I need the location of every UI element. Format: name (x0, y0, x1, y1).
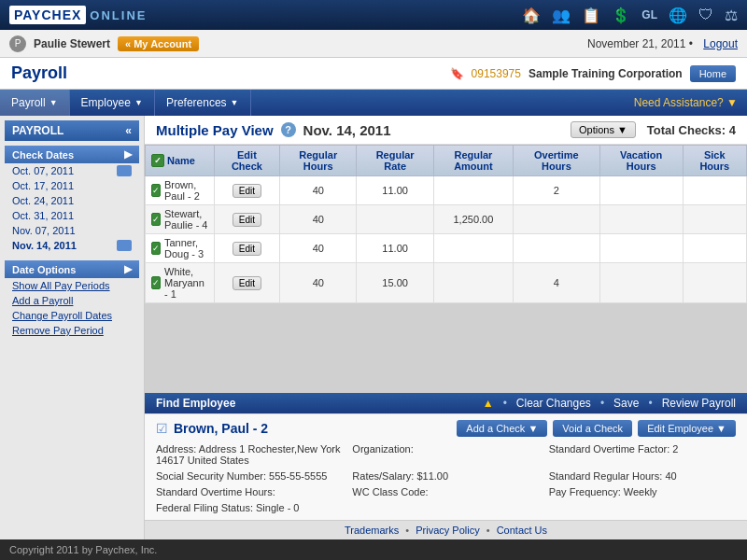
scale-icon[interactable]: ⚖ (725, 7, 738, 24)
field-standard-regular-hours: Standard Regular Hours: 40 (549, 469, 736, 483)
review-payroll-link[interactable]: Review Payroll (662, 397, 736, 410)
date-item-1[interactable]: Oct. 07, 2011 (5, 163, 139, 178)
find-employee-actions: ▲ • Clear Changes • Save • Review Payrol… (483, 397, 736, 410)
home-label: Home (699, 68, 726, 79)
home-button[interactable]: Home (690, 65, 736, 82)
date-options-label: Date Options (12, 264, 76, 275)
row3-checkbox[interactable]: ✓ (151, 242, 161, 255)
standard-overtime-factor-text: Standard Overtime Factor: 2 (549, 443, 679, 455)
row2-sick-hours (683, 205, 746, 234)
trademarks-link[interactable]: Trademarks (345, 525, 399, 536)
my-account-button[interactable]: « My Account (118, 36, 199, 51)
pay-frequency-text: Pay Frequency: Weekly (549, 486, 657, 497)
edit-employee-button[interactable]: Edit Employee ▼ (638, 420, 736, 437)
avatar: P (9, 35, 26, 52)
row4-checkbox[interactable]: ✓ (151, 276, 161, 289)
date-item-3[interactable]: Oct. 24, 2011 (5, 193, 139, 208)
row2-edit-button[interactable]: Edit (233, 213, 261, 227)
nav-preferences[interactable]: Preferences ▼ (155, 90, 251, 116)
sep2: • (486, 525, 490, 536)
nav-employee[interactable]: Employee ▼ (70, 90, 155, 116)
nav-employee-arrow: ▼ (134, 98, 143, 107)
option-add-payroll[interactable]: Add a Payroll (5, 293, 139, 308)
contact-us-link[interactable]: Contact Us (497, 525, 547, 536)
home-icon[interactable]: 🏠 (522, 7, 541, 24)
row2-edit[interactable]: Edit (214, 205, 279, 234)
add-check-button[interactable]: Add a Check ▼ (457, 420, 547, 437)
row1-edit[interactable]: Edit (214, 176, 279, 205)
row1-sick-hours (683, 176, 746, 205)
row4-regular-rate: 15.00 (357, 263, 433, 303)
table-row: ✓ White, Maryann - 1 Edit 40 15.00 4 (146, 263, 747, 303)
row2-regular-rate (357, 205, 433, 234)
nav-assistance[interactable]: Need Assistance? ▼ (625, 96, 747, 109)
row3-edit-button[interactable]: Edit (233, 242, 261, 256)
date-options-header[interactable]: Date Options ▶ (5, 260, 139, 278)
row4-regular-hours: 40 (280, 263, 357, 303)
row4-edit[interactable]: Edit (214, 263, 279, 303)
row2-checkbox[interactable]: ✓ (151, 213, 161, 226)
user-name: Paulie Stewert (34, 37, 110, 50)
option-change-dates[interactable]: Change Payroll Dates (5, 308, 139, 323)
field-federal-filing-status: Federal Filing Status: Single - 0 (156, 501, 343, 514)
field-rates-salary: Rates/Salary: $11.00 (352, 469, 539, 483)
date-item-2[interactable]: Oct. 17, 2011 (5, 178, 139, 193)
col-select-all[interactable]: ✓ Name (146, 146, 215, 176)
edit-employee-label: Edit Employee ▼ (647, 423, 726, 434)
date-6-text: Nov. 14, 2011 (12, 240, 77, 251)
void-check-button[interactable]: Void a Check (553, 420, 632, 437)
row1-checkbox[interactable]: ✓ (151, 184, 161, 197)
separator-3: • (648, 397, 652, 410)
money-icon[interactable]: 💲 (612, 7, 630, 24)
check-dates-header[interactable]: Check Dates ▶ (5, 146, 139, 163)
row4-name-text: White, Maryann - 1 (164, 266, 208, 300)
globe-icon[interactable]: 🌐 (669, 7, 687, 24)
row1-edit-button[interactable]: Edit (233, 184, 261, 198)
reports-icon[interactable]: 📋 (582, 7, 600, 24)
date-item-5[interactable]: Nov. 07, 2011 (5, 223, 139, 238)
row1-regular-rate: 11.00 (357, 176, 433, 205)
title-bar: Payroll 🔖 09153975 Sample Training Corpo… (0, 58, 747, 90)
assistance-label: Need Assistance? ▼ (634, 96, 738, 109)
shield-icon[interactable]: 🛡 (698, 7, 713, 23)
date-logout: November 21, 2011 • Logout (587, 37, 738, 50)
pay-view-name: Multiple Pay View (156, 122, 274, 138)
wc-class-code-text: WC Class Code: (352, 486, 428, 497)
privacy-policy-link[interactable]: Privacy Policy (416, 525, 479, 536)
option-remove-period[interactable]: Remove Pay Period (5, 323, 139, 338)
row3-edit[interactable]: Edit (214, 234, 279, 263)
options-label: Options ▼ (579, 124, 627, 135)
date-3-text: Oct. 24, 2011 (12, 195, 74, 206)
save-link[interactable]: Save (613, 397, 639, 410)
sidebar-collapse-icon[interactable]: « (125, 124, 132, 137)
company-icon: 🔖 (450, 67, 464, 80)
help-icon[interactable]: ? (281, 122, 296, 137)
clear-changes-link[interactable]: Clear Changes (516, 397, 591, 410)
check-dates-expand-icon: ▶ (124, 148, 132, 161)
row4-edit-button[interactable]: Edit (233, 276, 261, 290)
nav-employee-label: Employee (81, 96, 131, 109)
row3-name-text: Tanner, Doug - 3 (164, 237, 208, 259)
option-show-all[interactable]: Show All Pay Periods (5, 278, 139, 293)
row4-regular-amount (433, 263, 513, 303)
sep1: • (405, 525, 409, 536)
nav-payroll[interactable]: Payroll ▼ (0, 90, 70, 116)
table-row: ✓ Tanner, Doug - 3 Edit 40 11.00 (146, 234, 747, 263)
row3-name: ✓ Tanner, Doug - 3 (146, 234, 215, 263)
select-all-checkbox[interactable]: ✓ (151, 154, 164, 167)
date-item-4[interactable]: Oct. 31, 2011 (5, 208, 139, 223)
logout-button[interactable]: Logout (703, 37, 738, 50)
users-icon[interactable]: 👥 (552, 7, 571, 24)
nav-payroll-label: Payroll (11, 96, 46, 109)
date-2-text: Oct. 17, 2011 (12, 180, 74, 191)
date-1-text: Oct. 07, 2011 (12, 165, 74, 176)
gl-icon[interactable]: GL (641, 8, 657, 21)
date-item-6[interactable]: Nov. 14, 2011 (5, 238, 139, 253)
employee-detail: ☑ Brown, Paul - 2 Add a Check ▼ Void a C… (145, 413, 747, 520)
row2-overtime-hours (514, 205, 600, 234)
row3-sick-hours (683, 234, 746, 263)
table-row: ✓ Stewart, Paulie - 4 Edit 40 1,250.00 (146, 205, 747, 234)
col-regular-amount: RegularAmount (433, 146, 513, 176)
current-date: November 21, 2011 (587, 37, 685, 50)
options-button[interactable]: Options ▼ (571, 121, 636, 138)
